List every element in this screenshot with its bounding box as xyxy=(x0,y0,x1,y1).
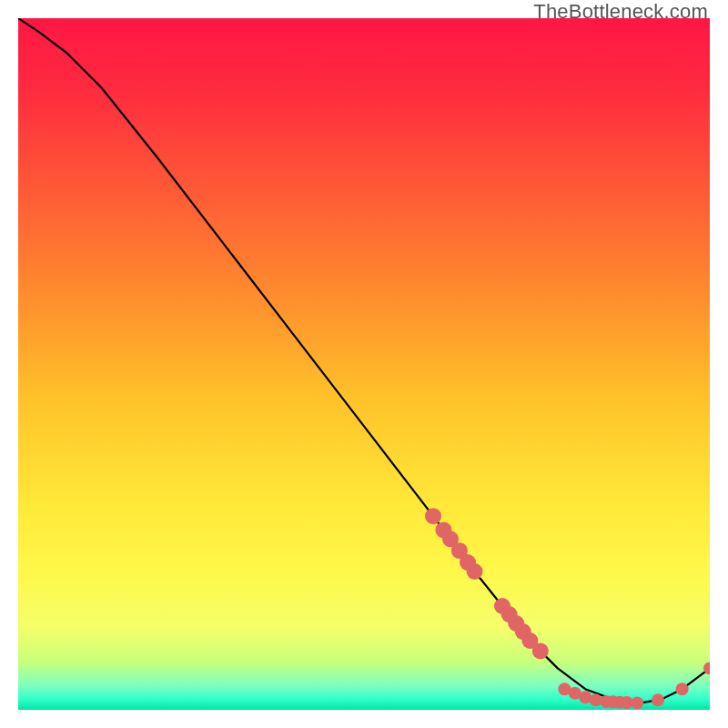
bottleneck-chart: TheBottleneck.com xyxy=(0,0,728,728)
bottleneck-curve xyxy=(18,18,710,703)
plot-area xyxy=(18,18,710,710)
data-marker xyxy=(676,682,689,695)
curve-layer xyxy=(18,18,710,710)
data-marker xyxy=(631,696,643,709)
data-marker xyxy=(652,693,664,706)
data-marker xyxy=(532,642,549,659)
data-marker xyxy=(467,563,483,580)
watermark-text: TheBottleneck.com xyxy=(533,0,708,24)
data-markers xyxy=(425,508,710,709)
data-marker xyxy=(425,508,441,524)
